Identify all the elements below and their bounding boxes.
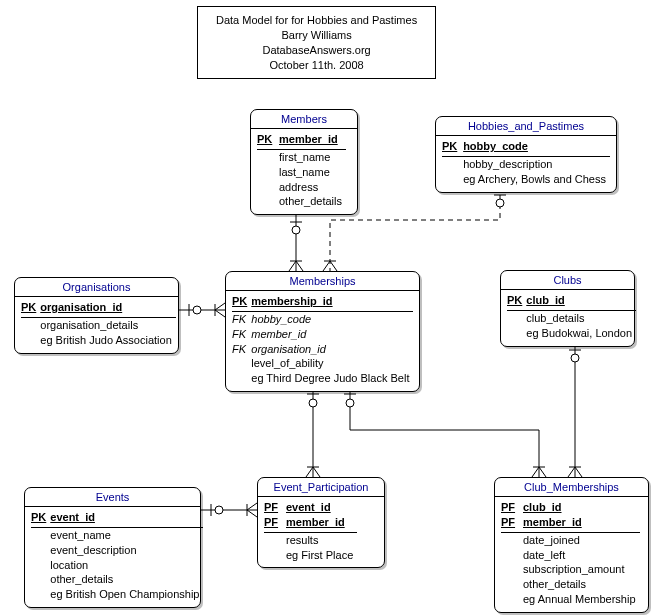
key-label: PK <box>21 300 40 317</box>
key-label <box>257 165 279 180</box>
key-label <box>21 333 40 348</box>
key-label <box>257 194 279 209</box>
key-label: PF <box>501 500 523 515</box>
attribute-label: first_name <box>279 149 346 164</box>
key-label <box>31 587 50 602</box>
svg-point-20 <box>571 354 579 362</box>
key-label <box>232 356 251 371</box>
entity-body: PFclub_idPFmember_iddate_joineddate_left… <box>495 497 648 612</box>
entity-header: Memberships <box>226 272 419 291</box>
entity-clubs: Clubs PKclub_idclub_detailseg Budokwai, … <box>500 270 635 347</box>
attribute-label: club_details <box>526 310 636 325</box>
key-label <box>442 156 463 171</box>
entity-body: PKclub_idclub_detailseg Budokwai, London <box>501 290 634 346</box>
attribute-label: event_id <box>50 510 203 527</box>
svg-point-16 <box>346 399 354 407</box>
svg-point-5 <box>496 199 504 207</box>
attribute-label: organisation_id <box>40 300 175 317</box>
attribute-label: club_id <box>523 500 640 515</box>
attribute-label: event_name <box>50 527 203 542</box>
key-label <box>501 592 523 607</box>
entity-header: Clubs <box>501 271 634 290</box>
key-label <box>264 532 286 547</box>
svg-point-9 <box>193 306 201 314</box>
attribute-label: address <box>279 180 346 195</box>
entity-header: Event_Participation <box>258 478 384 497</box>
key-label: PK <box>31 510 50 527</box>
key-label: PF <box>264 500 286 515</box>
entity-header: Organisations <box>15 278 178 297</box>
key-label <box>31 558 50 573</box>
attribute-label: eg Annual Membership <box>523 592 640 607</box>
key-label <box>257 180 279 195</box>
key-label: PF <box>264 515 286 532</box>
attribute-label: location <box>50 558 203 573</box>
attribute-label: organisation_id <box>251 342 413 357</box>
title-line1: Data Model for for Hobbies and Pastimes <box>216 13 417 28</box>
entity-events: Events PKevent_idevent_nameevent_descrip… <box>24 487 201 608</box>
key-label <box>31 572 50 587</box>
entity-body: PFevent_idPFmember_idresultseg First Pla… <box>258 497 384 567</box>
entity-body: PKmembership_idFKhobby_codeFKmember_idFK… <box>226 291 419 391</box>
attribute-label: date_joined <box>523 532 640 547</box>
attribute-label: member_id <box>286 515 357 532</box>
entity-memberships: Memberships PKmembership_idFKhobby_codeF… <box>225 271 420 392</box>
title-line3: DatabaseAnswers.org <box>216 43 417 58</box>
attribute-label: organisation_details <box>40 317 175 332</box>
key-label: FK <box>232 311 251 326</box>
key-label: FK <box>232 327 251 342</box>
entity-body: PKorganisation_idorganisation_detailseg … <box>15 297 178 353</box>
attribute-label: hobby_code <box>463 139 610 156</box>
attribute-label: event_id <box>286 500 357 515</box>
key-label <box>501 562 523 577</box>
svg-point-13 <box>309 399 317 407</box>
entity-header: Members <box>251 110 357 129</box>
attribute-label: other_details <box>50 572 203 587</box>
attribute-label: other_details <box>523 577 640 592</box>
key-label <box>501 532 523 547</box>
key-label <box>501 577 523 592</box>
attribute-label: club_id <box>526 293 636 310</box>
entity-body: PKhobby_codehobby_descriptioneg Archery,… <box>436 136 616 192</box>
key-label <box>442 172 463 187</box>
attribute-label: results <box>286 532 357 547</box>
attribute-label: hobby_description <box>463 156 610 171</box>
entity-header: Events <box>25 488 200 507</box>
entity-header: Hobbies_and_Pastimes <box>436 117 616 136</box>
attribute-label: last_name <box>279 165 346 180</box>
attribute-label: hobby_code <box>251 311 413 326</box>
key-label <box>264 548 286 563</box>
key-label <box>501 548 523 563</box>
attribute-label: eg Budokwai, London <box>526 326 636 341</box>
attribute-label: member_id <box>251 327 413 342</box>
key-label <box>507 326 526 341</box>
attribute-label: eg First Place <box>286 548 357 563</box>
svg-point-24 <box>215 506 223 514</box>
entity-members: Members PKmember_idfirst_namelast_namead… <box>250 109 358 215</box>
attribute-label: other_details <box>279 194 346 209</box>
attribute-label: eg British Open Championship <box>50 587 203 602</box>
entity-body: PKmember_idfirst_namelast_nameaddressoth… <box>251 129 357 214</box>
title-line4: October 11th. 2008 <box>216 58 417 73</box>
attribute-label: level_of_ability <box>251 356 413 371</box>
key-label <box>232 371 251 386</box>
attribute-label: eg Archery, Bowls and Chess <box>463 172 610 187</box>
key-label: PK <box>257 132 279 149</box>
attribute-label: member_id <box>523 515 640 532</box>
svg-point-2 <box>292 226 300 234</box>
key-label <box>31 543 50 558</box>
title-box: Data Model for for Hobbies and Pastimes … <box>197 6 436 79</box>
key-label <box>31 527 50 542</box>
attribute-label: event_description <box>50 543 203 558</box>
key-label <box>21 317 40 332</box>
entity-organisations: Organisations PKorganisation_idorganisat… <box>14 277 179 354</box>
entity-club-memberships: Club_Memberships PFclub_idPFmember_iddat… <box>494 477 649 613</box>
key-label: PK <box>442 139 463 156</box>
key-label: PF <box>501 515 523 532</box>
key-label <box>507 310 526 325</box>
attribute-label: eg British Judo Association <box>40 333 175 348</box>
entity-header: Club_Memberships <box>495 478 648 497</box>
key-label: FK <box>232 342 251 357</box>
attribute-label: date_left <box>523 548 640 563</box>
entity-hobbies: Hobbies_and_Pastimes PKhobby_codehobby_d… <box>435 116 617 193</box>
